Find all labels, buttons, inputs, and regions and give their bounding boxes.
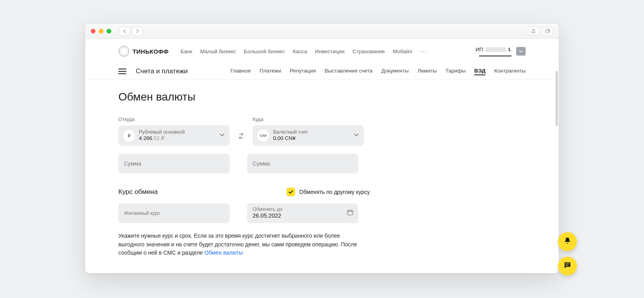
- checkbox-checked-icon: [286, 188, 295, 196]
- gnav-item-insurance[interactable]: Страхование: [352, 48, 385, 54]
- swap-button[interactable]: [235, 130, 247, 142]
- chat-icon: [563, 261, 572, 271]
- account-active-indicator: [479, 56, 511, 56]
- from-account-select[interactable]: ₽ Рублевый основной 4 266,52 ₽: [118, 125, 230, 146]
- notifications-fab[interactable]: [558, 232, 577, 251]
- account-name-redacted: [485, 47, 506, 52]
- from-amount-input[interactable]: Сумма: [118, 154, 230, 173]
- tab-counterparties[interactable]: Контрагенты: [494, 68, 526, 75]
- browser-forward-button[interactable]: [132, 27, 143, 35]
- chevron-down-icon: [219, 132, 225, 139]
- exchange-until-input[interactable]: Обменять до 26.05.2022: [247, 203, 358, 223]
- amount-placeholder: Сумма: [124, 160, 141, 167]
- gnav-item-kassa[interactable]: Касса: [293, 48, 307, 54]
- to-account-name: Валютный счет: [273, 129, 350, 135]
- global-nav: ТИНЬКОФФ Банк Малый бизнес Большой бизне…: [85, 39, 559, 62]
- brand-logo-icon: [118, 46, 129, 57]
- ruble-icon: ₽: [123, 130, 135, 142]
- content: Обмен валюты Откуда ₽ Рублевый основной …: [85, 80, 559, 273]
- desired-rate-input[interactable]: Желаемый курс: [118, 203, 230, 223]
- close-window-button[interactable]: [91, 29, 95, 34]
- exchange-link[interactable]: Обмен валюты: [204, 250, 243, 256]
- tab-invoice[interactable]: Выставление счета: [324, 68, 373, 75]
- from-label: Откуда: [118, 117, 230, 122]
- to-account-select[interactable]: CN¥ Валютный счет 0,00 CN¥: [253, 125, 364, 146]
- share-button[interactable]: [528, 27, 539, 35]
- chat-fab[interactable]: [558, 257, 577, 276]
- checkbox-label: Обменять по другому курсу: [299, 189, 370, 195]
- tab-ved[interactable]: ВЭД: [474, 68, 486, 75]
- app-window: ТИНЬКОФФ Банк Малый бизнес Большой бизне…: [85, 24, 559, 273]
- calendar-icon: [346, 209, 354, 218]
- different-rate-checkbox[interactable]: Обменять по другому курсу: [286, 188, 370, 196]
- titlebar: [85, 24, 559, 39]
- desired-rate-placeholder: Желаемый курс: [124, 210, 224, 216]
- help-text: Укажите нужные курс и срок. Если за это …: [118, 232, 363, 257]
- maximize-window-button[interactable]: [107, 29, 111, 34]
- gnav-item-invest[interactable]: Инвестиции: [315, 48, 344, 54]
- until-label: Обменять до: [253, 207, 353, 212]
- from-account-name: Рублевый основной: [139, 129, 215, 135]
- page-title: Обмен валюты: [118, 91, 526, 103]
- to-account-balance: 0,00 CN¥: [273, 135, 350, 142]
- amount-placeholder: Сумма: [253, 160, 270, 167]
- tab-payments[interactable]: Платежи: [260, 68, 281, 75]
- traffic-lights: [91, 29, 111, 34]
- tab-documents[interactable]: Документы: [381, 68, 409, 75]
- menu-icon[interactable]: [118, 69, 126, 74]
- until-value: 26.05.2022: [253, 212, 353, 219]
- tab-limits[interactable]: Лимиты: [417, 68, 437, 75]
- tabs-button[interactable]: [542, 27, 553, 35]
- tab-main[interactable]: Главное: [230, 68, 251, 75]
- minimize-window-button[interactable]: [99, 29, 103, 34]
- tab-tariffs[interactable]: Тарифы: [446, 68, 466, 75]
- bell-icon: [563, 237, 572, 247]
- gnav-item-big-biz[interactable]: Большой бизнес: [244, 48, 285, 54]
- brand-name: ТИНЬКОФФ: [133, 48, 168, 55]
- section-nav: Счета и платежи Главное Платежи Репутаци…: [85, 62, 559, 80]
- tab-reputation[interactable]: Репутация: [290, 68, 316, 75]
- cny-icon: CN¥: [257, 130, 269, 142]
- gnav-item-mobile[interactable]: Мобайл: [393, 48, 412, 54]
- brand[interactable]: ТИНЬКОФФ: [118, 46, 168, 57]
- gnav-more-button[interactable]: ···: [420, 48, 427, 54]
- gnav-item-small-biz[interactable]: Малый бизнес: [200, 48, 236, 54]
- rate-section-title: Курс обмена: [118, 188, 230, 196]
- account-prefix: ИП: [476, 47, 483, 52]
- gnav-item-bank[interactable]: Банк: [180, 48, 192, 54]
- browser-back-button[interactable]: [119, 27, 130, 35]
- section-title: Счета и платежи: [136, 67, 188, 75]
- chevron-down-icon: [354, 132, 359, 139]
- account-suffix: I.: [508, 47, 511, 52]
- to-label: Куда: [253, 117, 364, 122]
- from-account-balance: 4 266,52 ₽: [139, 135, 215, 142]
- account-switcher[interactable]: ИП I.: [476, 47, 511, 52]
- profile-dropdown-button[interactable]: [516, 47, 526, 56]
- svg-rect-0: [546, 30, 549, 33]
- svg-rect-1: [347, 210, 353, 215]
- to-amount-input[interactable]: Сумма: [247, 154, 358, 173]
